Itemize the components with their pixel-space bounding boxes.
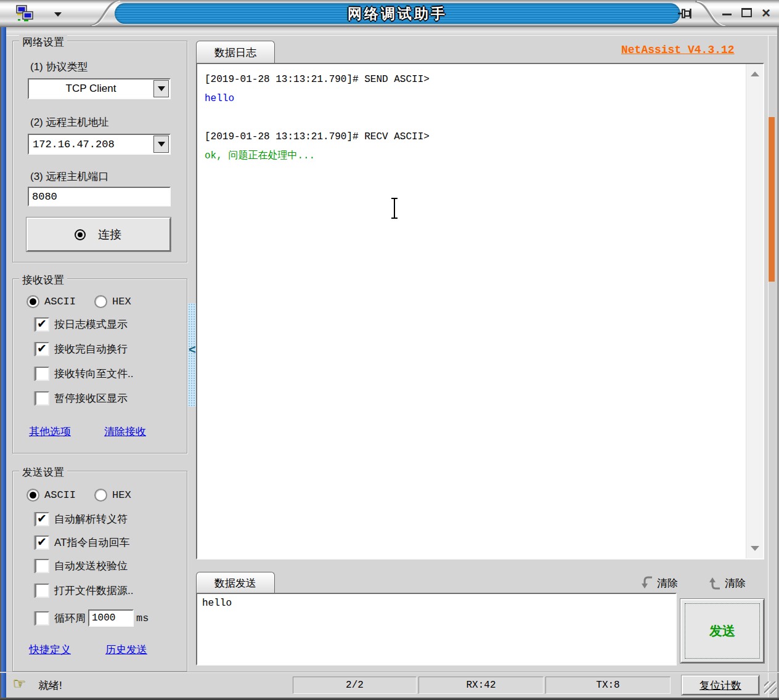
maximize-button[interactable] <box>741 8 752 17</box>
log-scrollbar[interactable] <box>746 64 763 558</box>
log-line: [2019-01-28 13:13:21.790]# RECV ASCII> <box>205 128 743 147</box>
connect-button[interactable]: 连接 <box>27 218 171 251</box>
connection-status-icon <box>76 230 84 239</box>
dropdown-arrow-icon <box>158 86 165 91</box>
send-button[interactable]: 发送 <box>680 599 764 663</box>
window-bottom-edge <box>0 698 779 700</box>
recv-ascii-radio[interactable] <box>27 295 39 308</box>
clear-recv-button[interactable]: 清除 <box>640 576 678 590</box>
send-ascii-label: ASCII <box>44 489 76 501</box>
recv-clear-link[interactable]: 清除接收 <box>104 425 146 439</box>
recv-pause-display-checkbox[interactable] <box>35 391 49 405</box>
clear-up-arrow-icon <box>708 576 721 590</box>
port-label: (3) 远程主机端口 <box>30 169 109 184</box>
status-rx-counter: RX:42 <box>418 677 544 694</box>
scroll-down-icon[interactable] <box>751 546 759 551</box>
cycle-unit-label: ms <box>136 612 149 624</box>
scroll-up-icon[interactable] <box>751 71 759 76</box>
ready-hand-icon: ☞ <box>12 675 26 692</box>
collapse-chevron-icon: < <box>189 343 196 357</box>
clear-down-arrow-icon <box>640 576 653 590</box>
recv-hex-radio[interactable] <box>94 295 107 308</box>
titlebar-lower-strip <box>0 27 779 36</box>
send-ascii-radio[interactable] <box>27 489 39 502</box>
recv-log-mode-checkbox[interactable] <box>35 317 49 332</box>
close-button[interactable]: × <box>759 4 773 22</box>
send-history-link[interactable]: 历史发送 <box>105 643 147 657</box>
app-menu-caret-icon[interactable] <box>54 12 62 17</box>
host-dropdown-button[interactable] <box>153 136 169 153</box>
port-input[interactable]: 8080 <box>28 187 171 206</box>
status-tx-counter: TX:8 <box>545 677 671 694</box>
ready-status-text: 就绪! <box>38 678 62 693</box>
send-cycle-checkbox[interactable] <box>35 611 49 625</box>
network-settings-group: 网络设置 (1) 协议类型 TCP Client (2) 远程主机地址 172.… <box>12 41 187 262</box>
recv-check-row: 接收完自动换行 <box>35 342 128 356</box>
text-cursor-ibeam <box>389 197 399 222</box>
send-input-value: hello <box>202 598 232 609</box>
clear-send-label: 清除 <box>725 576 746 590</box>
send-settings-title: 发送设置 <box>19 465 67 479</box>
protocol-dropdown-button[interactable] <box>153 80 169 97</box>
send-check-row: AT指令自动回车 <box>35 535 129 550</box>
protocol-combobox[interactable]: TCP Client <box>28 78 171 99</box>
status-bar: ☞ 就绪! 2/2 RX:42 TX:8 复位计数 <box>0 672 779 698</box>
send-check-row: 自动解析转义符 <box>35 512 128 526</box>
checkbox-label: 自动解析转义符 <box>54 512 128 526</box>
status-frame-counter: 2/2 <box>293 677 417 694</box>
checkbox-label: 打开文件数据源.. <box>54 584 133 598</box>
tab-data-send[interactable]: 数据发送 <box>196 572 275 593</box>
recv-to-file-checkbox[interactable] <box>35 367 49 381</box>
recv-check-row: 按日志模式显示 <box>35 317 128 332</box>
send-ascii-radio-row: ASCII HEX <box>27 489 131 502</box>
send-cycle-row: 循环周 1000 ms <box>35 609 149 627</box>
pin-icon[interactable] <box>677 6 695 23</box>
checkbox-label: 暂停接收区显示 <box>54 391 128 405</box>
send-input[interactable]: hello <box>196 593 677 665</box>
tab-data-log-label: 数据日志 <box>214 46 256 60</box>
recv-settings-group: 接收设置 ASCII HEX 按日志模式显示 接收完自动换行 接收转向至文件..… <box>12 279 187 454</box>
minimize-button[interactable] <box>722 14 732 15</box>
panel-splitter[interactable]: < <box>188 303 196 407</box>
clear-send-button[interactable]: 清除 <box>708 576 746 590</box>
data-log-area[interactable]: [2019-01-28 13:13:21.790]# SEND ASCII> h… <box>196 63 764 560</box>
app-network-icon[interactable] <box>16 5 36 25</box>
send-shortcut-link[interactable]: 快捷定义 <box>29 643 71 657</box>
send-check-row: 自动发送校验位 <box>35 559 128 573</box>
send-escape-parse-checkbox[interactable] <box>35 512 49 526</box>
send-file-source-checkbox[interactable] <box>35 584 49 598</box>
checkbox-label: AT指令自动回车 <box>54 535 129 550</box>
window-left-blue-border <box>1 27 6 700</box>
send-settings-group: 发送设置 ASCII HEX 自动解析转义符 AT指令自动回车 自动发送校验位 … <box>12 471 187 672</box>
log-content: [2019-01-28 13:13:21.790]# SEND ASCII> h… <box>205 70 743 555</box>
netassist-version-link[interactable]: NetAssist V4.3.12 <box>621 44 735 56</box>
send-hex-label: HEX <box>112 489 131 501</box>
window-title: 网络调试助手 <box>348 4 447 23</box>
recv-ascii-label: ASCII <box>44 296 76 307</box>
recv-check-row: 暂停接收区显示 <box>35 391 128 405</box>
host-value: 172.16.47.208 <box>29 135 153 153</box>
dropdown-arrow-icon <box>158 142 165 147</box>
resize-grip[interactable] <box>764 682 777 694</box>
send-checksum-checkbox[interactable] <box>35 559 49 573</box>
tab-data-log[interactable]: 数据日志 <box>196 41 275 63</box>
recv-more-options-link[interactable]: 其他选项 <box>29 425 71 439</box>
send-at-cr-checkbox[interactable] <box>35 535 49 550</box>
window-right-orange-accent <box>769 117 775 282</box>
log-line: ok, 问题正在处理中... <box>205 147 743 166</box>
recv-ascii-radio-row: ASCII HEX <box>27 295 131 308</box>
netassist-window: 网络调试助手 × 网络设置 (1) 协议类型 TCP Client (2) 远程… <box>0 0 779 700</box>
send-button-label: 发送 <box>682 600 763 662</box>
host-label: (2) 远程主机地址 <box>30 115 109 129</box>
cycle-period-input[interactable]: 1000 <box>88 609 134 627</box>
network-settings-title: 网络设置 <box>19 35 67 49</box>
recv-settings-title: 接收设置 <box>19 273 67 287</box>
port-value: 8080 <box>32 191 57 203</box>
recv-hex-label: HEX <box>112 296 131 307</box>
recv-check-row: 接收转向至文件.. <box>35 367 133 381</box>
send-hex-radio[interactable] <box>94 489 107 502</box>
reset-count-button[interactable]: 复位计数 <box>682 675 759 695</box>
protocol-label: (1) 协议类型 <box>30 60 88 74</box>
host-combobox[interactable]: 172.16.47.208 <box>28 134 171 155</box>
recv-auto-newline-checkbox[interactable] <box>35 342 49 356</box>
